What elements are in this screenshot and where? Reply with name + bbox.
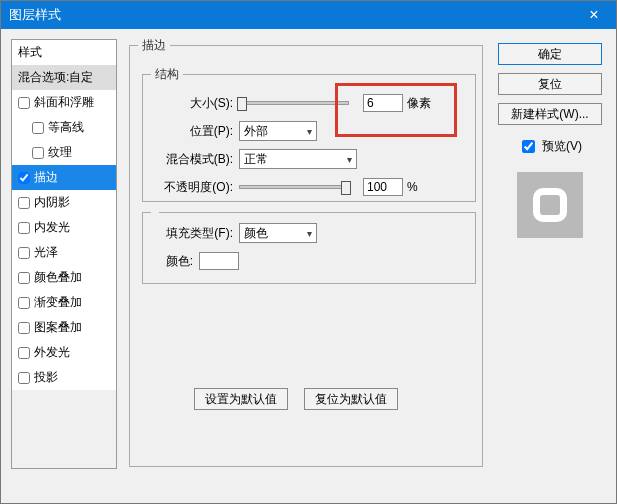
style-item-checkbox[interactable] [18, 322, 30, 334]
size-slider[interactable] [239, 101, 349, 105]
reset-button[interactable]: 复位 [498, 73, 602, 95]
preview-shape-icon [533, 188, 567, 222]
style-item[interactable]: 斜面和浮雕 [12, 90, 116, 115]
row-filltype: 填充类型(F): 颜色 ▾ [151, 221, 467, 245]
style-item[interactable]: 描边 [12, 165, 116, 190]
stroke-legend: 描边 [138, 37, 170, 54]
opacity-label: 不透明度(O): [151, 179, 239, 196]
opacity-input[interactable] [363, 178, 403, 196]
struct-group: 结构 大小(S): 像素 位置(P): 外部 ▾ [142, 66, 476, 202]
style-item[interactable]: 内阴影 [12, 190, 116, 215]
new-style-button[interactable]: 新建样式(W)... [498, 103, 602, 125]
close-icon: × [589, 6, 598, 24]
style-list-header: 样式 [12, 40, 116, 65]
style-item-label: 描边 [34, 169, 58, 186]
style-list: 样式 混合选项:自定 斜面和浮雕等高线纹理描边内阴影内发光光泽颜色叠加渐变叠加图… [11, 39, 117, 469]
style-item-label: 投影 [34, 369, 58, 386]
chevron-down-icon: ▾ [307, 126, 312, 137]
style-item-checkbox[interactable] [18, 97, 30, 109]
position-select[interactable]: 外部 ▾ [239, 121, 317, 141]
default-buttons: 设置为默认值 复位为默认值 [194, 388, 398, 410]
row-size: 大小(S): 像素 [151, 91, 467, 115]
style-item[interactable]: 等高线 [12, 115, 116, 140]
style-item-checkbox[interactable] [18, 347, 30, 359]
size-input[interactable] [363, 94, 403, 112]
style-item-label: 颜色叠加 [34, 269, 82, 286]
style-item-checkbox[interactable] [18, 297, 30, 309]
style-item-label: 纹理 [48, 144, 72, 161]
row-opacity: 不透明度(O): % [151, 175, 467, 199]
ok-button[interactable]: 确定 [498, 43, 602, 65]
fill-group: 填充类型(F): 颜色 ▾ 颜色: [142, 212, 476, 284]
filltype-label: 填充类型(F): [151, 225, 239, 242]
blendmode-select[interactable]: 正常 ▾ [239, 149, 357, 169]
style-item-checkbox[interactable] [18, 172, 30, 184]
size-label: 大小(S): [151, 95, 239, 112]
style-item-label: 内阴影 [34, 194, 70, 211]
color-label: 颜色: [151, 253, 199, 270]
filltype-value: 颜色 [244, 225, 268, 242]
style-item-label: 外发光 [34, 344, 70, 361]
dialog-layer-style: 图层样式 × 样式 混合选项:自定 斜面和浮雕等高线纹理描边内阴影内发光光泽颜色… [0, 0, 617, 504]
row-color: 颜色: [151, 249, 467, 273]
filltype-select[interactable]: 颜色 ▾ [239, 223, 317, 243]
style-item-checkbox[interactable] [18, 247, 30, 259]
blendmode-label: 混合模式(B): [151, 151, 239, 168]
opacity-slider[interactable] [239, 185, 349, 189]
action-column: 确定 复位 新建样式(W)... 预览(V) [494, 43, 606, 238]
style-item-checkbox[interactable] [18, 372, 30, 384]
style-item[interactable]: 渐变叠加 [12, 290, 116, 315]
style-item-checkbox[interactable] [18, 197, 30, 209]
slider-thumb-icon [237, 97, 247, 111]
title: 图层样式 [9, 6, 61, 24]
style-item-checkbox[interactable] [32, 147, 44, 159]
preview-thumbnail [517, 172, 583, 238]
close-button[interactable]: × [572, 1, 616, 29]
dialog-body: 样式 混合选项:自定 斜面和浮雕等高线纹理描边内阴影内发光光泽颜色叠加渐变叠加图… [1, 29, 616, 503]
reset-default-button[interactable]: 复位为默认值 [304, 388, 398, 410]
chevron-down-icon: ▾ [307, 228, 312, 239]
color-swatch[interactable] [199, 252, 239, 270]
chevron-down-icon: ▾ [347, 154, 352, 165]
style-item[interactable]: 光泽 [12, 240, 116, 265]
position-value: 外部 [244, 123, 268, 140]
blendmode-value: 正常 [244, 151, 268, 168]
titlebar: 图层样式 × [1, 1, 616, 29]
style-item[interactable]: 投影 [12, 365, 116, 390]
preview-checkbox[interactable]: 预览(V) [518, 137, 582, 156]
size-unit: 像素 [403, 95, 431, 112]
style-item-label: 斜面和浮雕 [34, 94, 94, 111]
style-item[interactable]: 外发光 [12, 340, 116, 365]
style-item-checkbox[interactable] [18, 272, 30, 284]
stroke-panel: 描边 结构 大小(S): 像素 位置(P): 外部 [129, 37, 483, 467]
style-item-label: 图案叠加 [34, 319, 82, 336]
style-item-label: 内发光 [34, 219, 70, 236]
style-item[interactable]: 图案叠加 [12, 315, 116, 340]
style-item-label: 光泽 [34, 244, 58, 261]
slider-thumb-icon [341, 181, 351, 195]
position-label: 位置(P): [151, 123, 239, 140]
style-item[interactable]: 颜色叠加 [12, 265, 116, 290]
style-item-checkbox[interactable] [32, 122, 44, 134]
style-item-label: 渐变叠加 [34, 294, 82, 311]
style-item-checkbox[interactable] [18, 222, 30, 234]
opacity-unit: % [403, 180, 418, 194]
set-default-button[interactable]: 设置为默认值 [194, 388, 288, 410]
struct-legend: 结构 [151, 66, 183, 83]
style-item[interactable]: 纹理 [12, 140, 116, 165]
blend-options-row[interactable]: 混合选项:自定 [12, 65, 116, 90]
row-position: 位置(P): 外部 ▾ [151, 119, 467, 143]
preview-checkbox-input[interactable] [522, 140, 535, 153]
preview-label: 预览(V) [542, 138, 582, 155]
style-item-label: 等高线 [48, 119, 84, 136]
row-blendmode: 混合模式(B): 正常 ▾ [151, 147, 467, 171]
style-item[interactable]: 内发光 [12, 215, 116, 240]
